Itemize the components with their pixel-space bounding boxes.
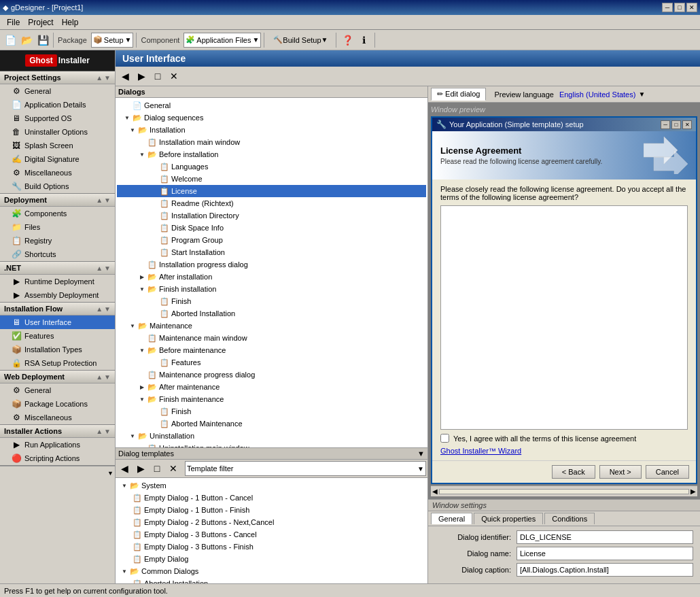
info-button[interactable]: ℹ [357,33,372,48]
tmpl-btn2[interactable]: ▶ [133,461,148,476]
flow-up-arrow[interactable]: ▲ [96,305,103,313]
open-button[interactable]: 📂 [19,33,34,48]
tmpl-btn4[interactable]: ✕ [166,461,181,476]
tree-item-install-progress[interactable]: 📋 Installation progress dialog [117,258,426,271]
content-toolbar-btn4[interactable]: ✕ [167,69,181,84]
component-dropdown[interactable]: 🧩 Application Files ▼ [183,33,261,48]
tree-item-after-maint[interactable]: ▶ 📂 After maintenance [117,381,426,393]
sidebar-item-build-options[interactable]: 🔧 Build Options [0,180,115,193]
ws-tab-quick-props[interactable]: Quick properties [474,513,543,524]
tree-toggle-installation[interactable]: ▼ [129,127,136,133]
dotnet-up-arrow[interactable]: ▲ [96,265,103,272]
tree-item-after-install[interactable]: ▶ 📂 After installation [117,271,426,283]
tree-item-license[interactable]: 📋 License [117,185,426,197]
content-toolbar-btn1[interactable]: ◀ [118,69,133,84]
sidebar-item-registry[interactable]: 📋 Registry [0,234,115,248]
tree-item-program-group[interactable]: 📋 Program Group [117,234,426,246]
tree-item-finish[interactable]: 📋 Finish [117,295,426,307]
tree-toggle-before-install[interactable]: ▼ [139,152,145,158]
tmpl-system[interactable]: ▼ 📂 System [117,479,426,492]
menu-file[interactable]: File [3,16,24,29]
help-button[interactable]: ❓ [340,33,355,48]
tmpl-empty-1btn-cancel[interactable]: 📋 Empty Dialog - 1 Button - Cancel [117,492,426,504]
web-down-arrow[interactable]: ▼ [104,373,111,381]
mock-cancel-button[interactable]: Cancel [646,465,689,479]
menu-help[interactable]: Help [58,16,83,29]
templates-expand[interactable]: ▼ [417,449,425,458]
tree-item-finish-maint-item[interactable]: 📋 Finish [117,405,426,417]
sidebar-item-scripting[interactable]: 🔴 Scripting Actions [0,451,115,465]
new-button[interactable]: 📄 [3,33,18,48]
tree-toggle-maintenance[interactable]: ▼ [129,323,136,329]
sidebar-item-shortcuts[interactable]: 🔗 Shortcuts [0,248,115,261]
tree-item-install-main[interactable]: 📋 Installation main window [117,136,426,148]
tree-item-uninstall-main[interactable]: 📋 Uninstallation main window [117,442,426,447]
tree-item-start-install[interactable]: 📋 Start Installation [117,246,426,258]
save-button[interactable]: 💾 [35,33,50,48]
tree-item-maintenance[interactable]: ▼ 📂 Maintenance [117,320,426,332]
sidebar-scroll-down[interactable]: ▼ [107,470,113,477]
minimize-button[interactable]: ─ [662,3,673,12]
tmpl-empty-1btn-finish[interactable]: 📋 Empty Dialog - 1 Button - Finish [117,504,426,516]
tree-item-languages[interactable]: 📋 Languages [117,160,426,173]
tree-toggle-finish-maint[interactable]: ▼ [139,396,145,403]
mock-back-button[interactable]: < Back [552,465,595,479]
sidebar-item-splash[interactable]: 🖼 Splash Screen [0,139,115,152]
ws-caption-input[interactable] [517,563,693,577]
tree-toggle-after-maint[interactable]: ▶ [139,384,145,390]
tree-item-welcome[interactable]: 📋 Welcome [117,173,426,185]
tree-item-aborted-install[interactable]: 📋 Aborted Installation [117,307,426,320]
tree-item-readme[interactable]: 📋 Readme (Richtext) [117,197,426,209]
hscroll-left[interactable]: ◀ [431,488,439,495]
content-toolbar-btn2[interactable]: ▶ [134,69,149,84]
tree-toggle-dialog-sequences[interactable]: ▼ [124,115,130,121]
ws-identifier-input[interactable] [517,530,693,544]
package-dropdown[interactable]: 📦 Setup ▼ [91,33,134,48]
tmpl-empty-3btn-finish[interactable]: 📋 Empty Dialog - 3 Buttons - Finish [117,541,426,553]
sidebar-item-uninstaller[interactable]: 🗑 Uninstaller Options [0,125,115,139]
preview-lang-value[interactable]: English (United States) [559,90,636,99]
sidebar-item-package-locations[interactable]: 📦 Package Locations [0,397,115,411]
web-up-arrow[interactable]: ▲ [96,373,103,381]
tmpl-empty-3btn-cancel[interactable]: 📋 Empty Dialog - 3 Buttons - Cancel [117,528,426,541]
sidebar-item-supported-os[interactable]: 🖥 Supported OS [0,112,115,125]
tree-toggle-after-install[interactable]: ▶ [139,274,145,280]
section-down-arrow[interactable]: ▼ [104,74,111,82]
sidebar-item-app-details[interactable]: 📄 Application Details [0,98,115,112]
sidebar-item-digital-sig[interactable]: ✍ Digital Signature [0,152,115,166]
dotnet-down-arrow[interactable]: ▼ [104,265,111,272]
tmpl-empty-dialog[interactable]: 📋 Empty Dialog [117,553,426,565]
tree-toggle-before-maint[interactable]: ▼ [139,347,145,354]
tree-item-uninstall[interactable]: ▼ 📂 Uninstallation [117,430,426,442]
tree-item-finish-install[interactable]: ▼ 📂 Finish installation [117,283,426,295]
sidebar-item-web-misc[interactable]: ⚙ Miscellaneous [0,411,115,424]
tree-item-maint-main[interactable]: 📋 Maintenance main window [117,332,426,344]
sidebar-item-run-apps[interactable]: ▶ Run Applications [0,438,115,451]
tree-toggle-finish-install[interactable]: ▼ [139,286,145,292]
sidebar-item-web-general[interactable]: ⚙ General [0,383,115,397]
tree-item-dialog-sequences[interactable]: ▼ 📂 Dialog sequences [117,112,426,124]
tmpl-common-dialogs[interactable]: ▼ 📂 Common Dialogs [117,565,426,577]
sidebar-item-runtime[interactable]: ▶ Runtime Deployment [0,275,115,288]
tmpl-btn3[interactable]: □ [150,461,164,476]
tree-item-disk-space[interactable]: 📋 Disk Space Info [117,222,426,234]
sidebar-item-user-interface[interactable]: 🖥 User Interface [0,315,115,329]
actions-down-arrow[interactable]: ▼ [104,428,111,435]
tree-item-before-maint[interactable]: ▼ 📂 Before maintenance [117,344,426,356]
template-filter-dropdown[interactable]: Template filter ▼ [185,461,426,476]
close-button[interactable]: ✕ [686,3,697,12]
tree-item-before-install[interactable]: ▼ 📂 Before installation [117,148,426,160]
section-up-arrow[interactable]: ▲ [96,74,103,82]
tree-content[interactable]: 📄 General ▼ 📂 Dialog sequences ▼ � [116,98,427,447]
mock-wizard-link[interactable]: Ghost Installer™ Wizard [440,447,688,455]
hscroll-track[interactable] [439,489,689,494]
sidebar-item-components[interactable]: 🧩 Components [0,207,115,220]
tree-item-install-dir[interactable]: 📋 Installation Directory [117,209,426,222]
tmpl-btn1[interactable]: ◀ [117,461,132,476]
build-setup-button[interactable]: 🔨 Build Setup ▼ [268,33,332,48]
sidebar-item-installation-types[interactable]: 📦 Installation Types [0,343,115,356]
tab-edit-dialog[interactable]: ✏ Edit dialog [431,88,486,101]
actions-up-arrow[interactable]: ▲ [96,428,103,435]
content-toolbar-btn3[interactable]: □ [150,69,165,84]
tmpl-toggle-system[interactable]: ▼ [121,483,128,489]
